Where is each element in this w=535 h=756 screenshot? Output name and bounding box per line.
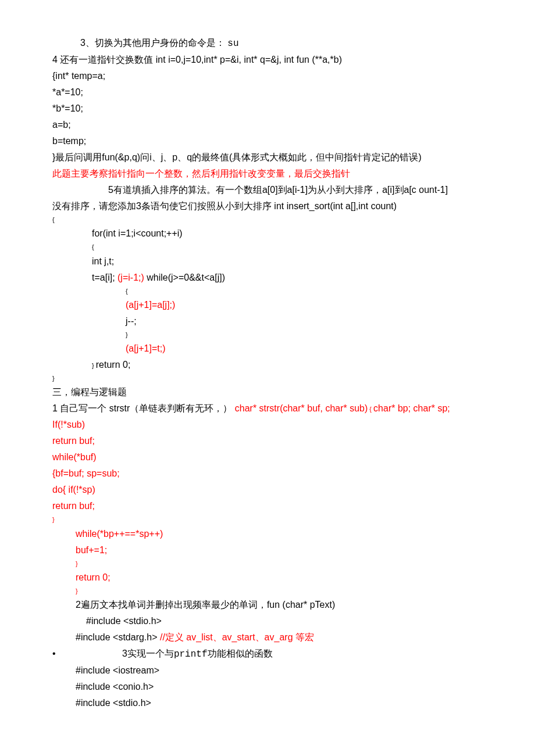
strstr-do: do{ if(!*sp) xyxy=(52,482,483,498)
bullet-icon: • xyxy=(52,646,87,662)
code-brace1: { xyxy=(52,242,483,253)
q1-text: 1 自己写一个 strstr（单链表判断有无环，） xyxy=(52,403,235,413)
q5-line2: 没有排序，请您添加3条语句使它们按照从小到大排序 int insert_sort… xyxy=(52,198,483,214)
include-stdio: #include <stdio.h> xyxy=(52,613,483,629)
q4-line3: *a*=10; xyxy=(52,84,483,101)
code-assign-a: t=a[i]; xyxy=(92,273,117,282)
q3-printf: •3实现一个与printf功能相似的函数 xyxy=(52,646,483,662)
q4-note: 此题主要考察指针指向一个整数，然后利用指针改变变量，最后交换指针 xyxy=(52,166,483,182)
q3-line: 3、切换为其他用户身份的命令是： su xyxy=(52,35,483,52)
q4-line1: 4 还有一道指针交换数值 int i=0,j=10,int* p=&i, int… xyxy=(52,52,483,68)
q5-text1: 5有道填插入排序的算法。有一个数组a[0]到a[i-1]为从小到大排序，a[i]… xyxy=(108,185,448,195)
strstr-brace1: } xyxy=(52,514,483,525)
code-return0: } return 0; xyxy=(52,357,483,373)
code-ret: return 0; xyxy=(96,360,131,370)
code-brace-open: { xyxy=(52,214,483,225)
q4-line4: *b*=10; xyxy=(52,101,483,117)
q1-decl: char* bp; char* sp; xyxy=(373,403,450,413)
include-stdio2: #include <stdio.h> xyxy=(52,695,483,711)
q3-cmd: su xyxy=(227,38,238,49)
include-conio: #include <conio.h> xyxy=(52,679,483,695)
code-final: (a[j+1]=t;) xyxy=(52,341,483,357)
q4-line5: a=b; xyxy=(52,117,483,133)
strstr-while: while(*buf) xyxy=(52,449,483,465)
q3-printf-text: 3实现一个与printf功能相似的函数 xyxy=(122,648,273,658)
q4-line7: }最后问调用fun(&p,q)问i、j、p、q的最终值(具体形式大概如此，但中间… xyxy=(52,149,483,166)
include-iostream: #include <iostream> xyxy=(52,662,483,679)
code-assign-b: (j=i-1;) xyxy=(117,273,144,282)
q4-line6: b=temp; xyxy=(52,133,483,149)
include-stdarg: #include <stdarg.h> //定义 av_list、av_star… xyxy=(52,629,483,646)
q1-sig: char* strstr(char* buf, char* sub) xyxy=(235,403,368,413)
strstr-if: If(!*sub) xyxy=(52,417,483,433)
section3-title: 三，编程与逻辑题 xyxy=(52,384,483,400)
code-assign: t=a[i]; (j=i-1;) while(j>=0&&t<a[j]) xyxy=(52,270,483,286)
strstr-brace2: } xyxy=(52,558,483,569)
inc-stdarg-a: #include <stdarg.h> xyxy=(76,632,160,642)
code-brace4: } xyxy=(92,362,96,369)
strstr-ret2: return buf; xyxy=(52,498,483,514)
q1-brace: { xyxy=(368,406,373,413)
code-for: for(int i=1;i<count;++i) xyxy=(52,225,483,242)
code-dec: j--; xyxy=(52,313,483,329)
code-brace-close: } xyxy=(52,373,483,384)
strstr-ret1: return buf; xyxy=(52,433,483,449)
q4-line2: {int* temp=a; xyxy=(52,68,483,84)
strstr-inc: buf+=1; xyxy=(52,542,483,558)
strstr-while2: while(*bp++==*sp++) xyxy=(52,526,483,542)
q1-strstr: 1 自己写一个 strstr（单链表判断有无环，） char* strstr(c… xyxy=(52,400,483,417)
q5-line1: 5有道填插入排序的算法。有一个数组a[0]到a[i-1]为从小到大排序，a[i]… xyxy=(52,182,483,198)
strstr-assign: {bf=buf; sp=sub; xyxy=(52,465,483,482)
q2-text: 2遍历文本找单词并删掉出现频率最少的单词，fun (char* pText) xyxy=(52,597,483,613)
q3-text: 3、切换为其他用户身份的命令是： xyxy=(80,38,227,48)
inc-stdarg-b: //定义 av_list、av_start、av_arg 等宏 xyxy=(160,632,314,642)
code-swap: (a[j+1]=a[j];) xyxy=(52,297,483,313)
strstr-brace3: } xyxy=(52,586,483,597)
code-brace3: } xyxy=(52,329,483,341)
code-brace2: { xyxy=(52,286,483,297)
code-decl: int j,t; xyxy=(52,253,483,270)
code-assign-c: while(j>=0&&t<a[j]) xyxy=(144,273,225,282)
strstr-ret3: return 0; xyxy=(52,569,483,586)
